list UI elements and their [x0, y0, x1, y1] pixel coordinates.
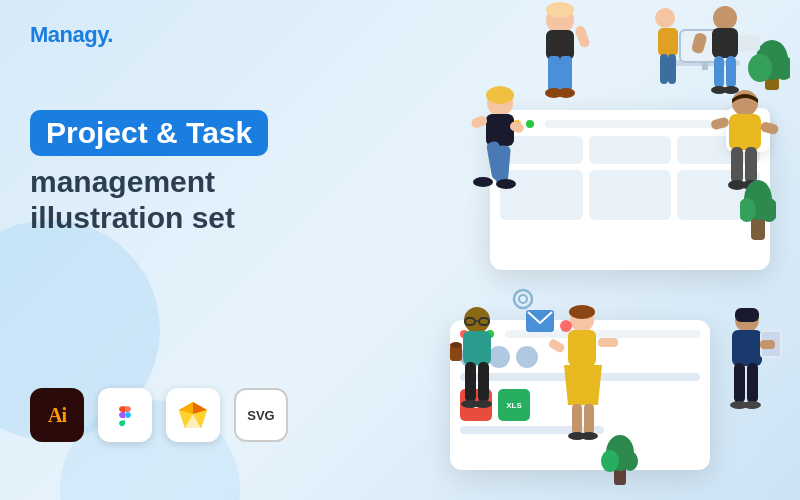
svg-point-18	[655, 8, 675, 28]
svg-rect-8	[546, 30, 574, 60]
svg-rect-65	[598, 338, 618, 347]
svg-rect-9	[548, 56, 560, 91]
svg-rect-41	[470, 115, 488, 130]
svg-rect-44	[729, 114, 761, 150]
svg-rect-80	[760, 340, 775, 349]
subtitle-line2: illustration set	[30, 200, 370, 236]
svg-point-35	[486, 86, 514, 104]
svg-point-40	[496, 179, 516, 189]
svg-point-39	[473, 177, 493, 187]
svg-point-90	[514, 290, 532, 308]
svg-rect-28	[714, 56, 724, 88]
svg-rect-13	[574, 25, 591, 49]
ai-label: Ai	[48, 404, 66, 427]
svg-rect-64	[568, 330, 596, 366]
svg-point-51	[464, 307, 490, 333]
svg-rect-33	[691, 32, 708, 54]
svg-point-91	[519, 295, 527, 303]
mid-person-left	[450, 85, 545, 285]
plant-mid	[740, 170, 776, 240]
title-highlight: Project & Task	[30, 110, 268, 156]
format-ai-icon: Ai	[30, 388, 84, 442]
svg-rect-68	[584, 404, 594, 434]
gear-icon-float	[512, 288, 534, 310]
title-secondary: management illustration set	[30, 164, 370, 236]
brand-logo: Managy.	[30, 22, 113, 48]
svg-rect-57	[478, 362, 489, 402]
format-svg-icon: SVG	[234, 388, 288, 442]
svg-point-63	[569, 305, 595, 319]
svg-point-12	[557, 88, 575, 98]
format-icons-row: Ai SVG	[30, 388, 288, 442]
sketch-svg	[177, 400, 209, 430]
svg-rect-32	[738, 35, 760, 51]
browser-card-2	[589, 136, 672, 164]
svg-rect-10	[560, 56, 572, 91]
bottom-person-right	[705, 300, 790, 485]
svg-rect-67	[572, 404, 582, 434]
format-figma-icon	[98, 388, 152, 442]
svg-point-70	[580, 432, 598, 440]
illustration-area: ▲ 23	[340, 0, 800, 500]
bottom-person-left	[435, 300, 520, 485]
svg-rect-19	[658, 28, 678, 56]
svg-point-83	[601, 450, 619, 472]
notification-dot	[560, 320, 572, 332]
figma-svg	[111, 401, 139, 429]
svg-rect-55	[463, 331, 491, 365]
svg-label: SVG	[247, 408, 274, 423]
svg-rect-29	[726, 56, 736, 88]
svg-rect-20	[660, 54, 668, 84]
svg-rect-50	[759, 121, 779, 135]
browser-card-tall-2	[589, 170, 672, 220]
svg-point-43	[732, 90, 758, 116]
svg-point-26	[713, 6, 737, 30]
subtitle-line1: management	[30, 164, 370, 200]
svg-point-61	[450, 342, 462, 348]
format-sketch-icon	[166, 388, 220, 442]
svg-rect-73	[732, 330, 762, 366]
svg-rect-49	[710, 116, 730, 130]
svg-rect-27	[712, 28, 738, 58]
title-block: Project & Task management illustration s…	[30, 110, 370, 236]
svg-rect-75	[747, 363, 758, 403]
email-icon	[526, 310, 554, 332]
brand-name: Managy.	[30, 22, 113, 47]
svg-point-59	[474, 400, 492, 408]
svg-rect-21	[668, 54, 676, 84]
svg-rect-36	[486, 114, 514, 146]
svg-point-77	[743, 401, 761, 409]
svg-point-84	[622, 451, 638, 471]
svg-rect-56	[465, 362, 476, 402]
svg-rect-72	[735, 308, 759, 322]
svg-point-24	[748, 54, 772, 82]
svg-point-7	[546, 2, 574, 18]
plant-bottom	[600, 425, 640, 485]
svg-rect-74	[734, 363, 745, 403]
svg-rect-66	[548, 338, 566, 354]
